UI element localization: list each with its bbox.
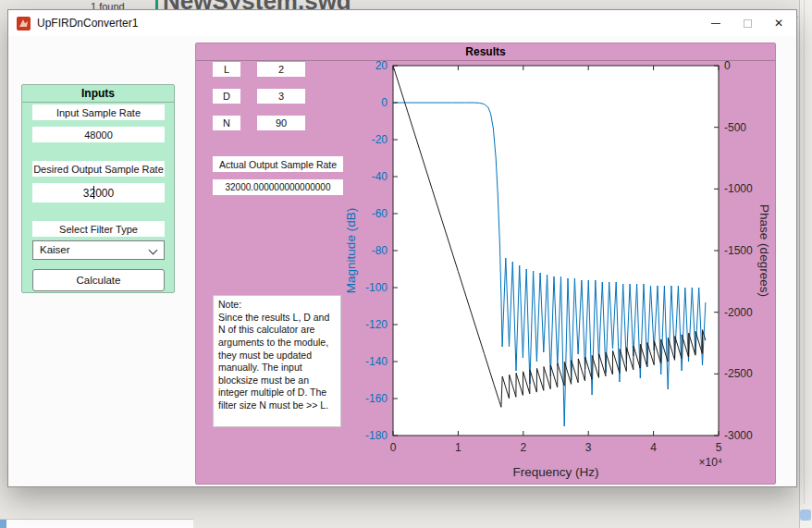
desired-output-rate-value: 32000 (83, 187, 114, 200)
svg-text:20: 20 (375, 59, 388, 72)
svg-text:-80: -80 (372, 244, 388, 257)
svg-text:-100: -100 (365, 281, 388, 294)
svg-text:-2500: -2500 (724, 367, 753, 380)
svg-text:0: 0 (724, 59, 731, 72)
filter-type-label: Select Filter Type (32, 221, 165, 237)
svg-text:-120: -120 (365, 318, 388, 331)
svg-text:0: 0 (390, 441, 397, 454)
svg-text:Magnitude (dB): Magnitude (dB) (344, 208, 358, 293)
text-caret (93, 186, 94, 199)
svg-text:Phase (degrees): Phase (degrees) (757, 204, 771, 297)
result-D-label: D (213, 89, 240, 104)
result-D-value: 3 (257, 89, 305, 104)
app-window: UpFIRDnConverter1 ✕ Inputs Input Sample … (7, 9, 797, 487)
close-button[interactable]: ✕ (763, 10, 794, 36)
minimize-icon (711, 23, 720, 24)
background-right-panel-divider (804, 0, 805, 504)
window-client-area: Inputs Input Sample Rate 48000 Desired O… (8, 36, 796, 486)
svg-text:2: 2 (520, 441, 526, 454)
note-text: Note: Since the results L, D and N of th… (213, 295, 341, 427)
desired-output-rate-field[interactable]: 32000 (32, 183, 165, 203)
background-bottom-blue-corner (0, 520, 6, 528)
background-right-blue-corner (800, 510, 811, 521)
calculate-button[interactable]: Calculate (32, 269, 165, 291)
svg-text:-2000: -2000 (724, 306, 753, 319)
svg-text:-1000: -1000 (724, 182, 753, 195)
maximize-icon (744, 19, 752, 28)
window-controls: ✕ (700, 10, 794, 36)
minimize-button[interactable] (700, 10, 732, 36)
actual-output-rate-value: 32000.000000000000000 (213, 179, 343, 195)
maximize-button[interactable] (732, 10, 763, 36)
actual-output-rate-label: Actual Output Sample Rate (213, 156, 343, 172)
result-L-label: L (213, 62, 240, 77)
svg-text:3: 3 (585, 441, 592, 454)
filter-type-selected-value: Kaiser (40, 244, 70, 255)
input-sample-rate-field[interactable]: 48000 (32, 127, 165, 142)
svg-text:Frequency (Hz): Frequency (Hz) (512, 465, 598, 479)
results-plot: 012345200-20-40-60-80-100-120-140-160-18… (342, 56, 773, 480)
svg-text:0: 0 (381, 96, 388, 109)
window-title: UpFIRDnConverter1 (37, 17, 138, 30)
background-bottom-strip (0, 519, 193, 528)
svg-text:5: 5 (716, 441, 722, 454)
result-N-value: 90 (257, 116, 305, 130)
matlab-app-icon (17, 17, 31, 31)
svg-text:-500: -500 (724, 121, 746, 134)
svg-text:-20: -20 (372, 133, 388, 146)
result-L-value: 2 (257, 62, 305, 77)
svg-text:-160: -160 (365, 392, 388, 405)
results-panel: Results L 2 D 3 N 90 Actual Output Sampl… (195, 43, 776, 485)
svg-text:-40: -40 (372, 170, 388, 183)
filter-type-dropdown[interactable]: Kaiser (32, 240, 165, 260)
svg-text:1: 1 (455, 441, 461, 454)
input-sample-rate-label: Input Sample Rate (32, 104, 165, 120)
svg-text:×10⁴: ×10⁴ (698, 456, 722, 469)
desired-output-rate-label: Desired Output Sample Rate (32, 161, 165, 177)
chevron-down-icon (149, 246, 158, 255)
result-N-label: N (213, 116, 240, 130)
inputs-panel: Inputs Input Sample Rate 48000 Desired O… (21, 84, 175, 293)
svg-text:-60: -60 (372, 207, 388, 220)
svg-text:-140: -140 (365, 355, 388, 368)
inputs-panel-title: Inputs (22, 85, 174, 103)
background-right-panel-strip (799, 0, 812, 528)
svg-text:-180: -180 (365, 429, 388, 442)
svg-text:-1500: -1500 (724, 244, 753, 257)
svg-text:4: 4 (650, 441, 657, 454)
svg-text:-3000: -3000 (724, 429, 753, 442)
titlebar[interactable]: UpFIRDnConverter1 ✕ (8, 10, 796, 36)
